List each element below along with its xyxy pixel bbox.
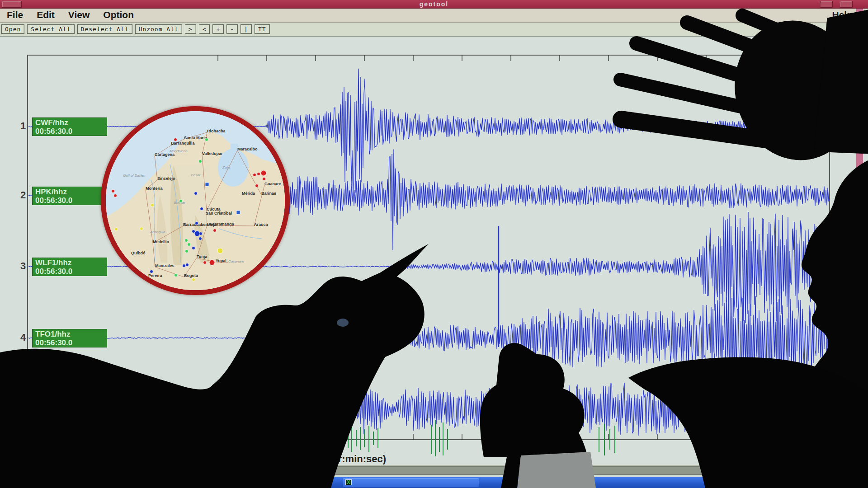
tray-clock: 12:04 — [836, 479, 850, 486]
exceed-icon: X — [345, 479, 352, 485]
event-dot-red — [263, 178, 266, 181]
event-dot-blue — [194, 192, 198, 195]
map-city-label: Cartagena — [155, 152, 175, 157]
event-dot-yellow — [217, 248, 223, 253]
map-city-label: Santa Marta — [184, 136, 208, 140]
map-city-label: Montería — [146, 186, 163, 191]
exceed-icon: X — [208, 479, 214, 485]
map-city-label: Mérida — [242, 191, 255, 196]
map-city-label: Pereira — [148, 273, 163, 278]
screen: geotool FileEditViewOption Help OpenSele… — [0, 0, 868, 488]
tray-language[interactable]: EN — [779, 479, 787, 486]
channel-number-1: 1 — [16, 120, 30, 132]
trace-unlabeled — [28, 380, 830, 436]
event-dot-blue — [199, 237, 202, 240]
event-dot-red — [255, 184, 259, 188]
time-tick-label: :20 — [309, 442, 323, 454]
taskbar: EN 🔈 🖥 12:04 XExceedXExceed (:1.0)X — [0, 477, 868, 488]
event-dot-green — [185, 250, 189, 253]
map-region-label: Antioquia — [150, 230, 165, 234]
channel-number-4: 4 — [16, 332, 30, 343]
event-dot-red — [261, 170, 266, 176]
system-tray: EN 🔈 🖥 12:04 — [773, 478, 863, 488]
axis-title: Time (hr:min:sec) — [303, 453, 386, 465]
taskbar-button-label: Exceed (:1.0) — [217, 479, 250, 485]
time-tick-label: :57:00 — [204, 442, 231, 454]
scrollbar-thumb[interactable] — [235, 466, 830, 475]
event-dot-red — [174, 138, 177, 141]
event-dot-red — [213, 229, 217, 232]
event-dot-green — [199, 160, 202, 163]
map-city-label: Barranquilla — [171, 141, 195, 145]
event-dot-blue — [195, 222, 198, 225]
event-dot-green — [205, 138, 208, 141]
event-dot-red — [114, 194, 117, 197]
event-dot-red — [253, 174, 256, 177]
map-region-label: Casanare — [228, 259, 244, 263]
event-dot-red — [203, 261, 207, 264]
channel-number-3: 3 — [16, 260, 30, 272]
event-dot-red — [209, 260, 215, 265]
taskbar-button-label: Exceed — [121, 479, 140, 485]
channel-tag-wlf1[interactable]: WLF1/hhz00:56:30.0 — [33, 258, 107, 276]
channel-tag-hpk[interactable]: HPK/hhz00:56:30.0 — [33, 187, 107, 205]
map-city-label: Medellín — [153, 239, 169, 244]
event-dot-blue — [186, 263, 189, 267]
map-city-label: Riohacha — [207, 129, 226, 133]
exceed-icon: X — [112, 479, 118, 485]
map-city-label: Tunja — [197, 254, 208, 259]
map-city-label: Maracaibo — [237, 147, 258, 151]
event-dot-blue — [199, 232, 203, 235]
map-city-label: Barinas — [261, 191, 276, 196]
road-sign-icon — [236, 211, 240, 214]
event-dot-blue — [150, 270, 153, 273]
event-dot-red — [112, 190, 115, 193]
trace-TFO1/hhz — [28, 296, 830, 379]
taskbar-button-1[interactable]: XExceed — [110, 478, 160, 487]
event-dot-green — [188, 243, 191, 246]
window-right-border — [856, 9, 863, 465]
map-city-label: Valledupar — [202, 151, 223, 156]
map-city-label: Barrancabermeja — [183, 222, 217, 227]
channel-number-2: 2 — [16, 189, 30, 201]
road-sign-icon — [205, 183, 209, 186]
channel-tag-cwf[interactable]: CWF/hhz00:56:30.0 — [33, 118, 107, 136]
horizontal-scrollbar[interactable] — [0, 465, 863, 475]
map-inset: ZuliaGulf of DarienCasanareMagdalenaCesa… — [106, 111, 285, 290]
channel-tag-tfo1[interactable]: TFO1/hhz00:56:30.0 — [33, 329, 107, 347]
speaker-icon[interactable]: 🔈 — [799, 479, 807, 486]
map-city-label: Quibdó — [131, 251, 146, 255]
event-dot-yellow — [115, 228, 118, 231]
event-dot-blue — [183, 264, 186, 267]
event-dot-blue — [200, 207, 203, 211]
taskbar-button-2[interactable]: XExceed (:1.0) — [206, 478, 292, 487]
taskbar-button-3[interactable]: X — [343, 478, 479, 487]
map-region-label: Gulf of Darien — [123, 174, 146, 178]
event-dot-green — [179, 200, 183, 203]
event-dot-yellow — [192, 278, 195, 282]
map-city-label: Guanare — [264, 182, 281, 186]
map-city-label: Bogotá — [184, 273, 198, 278]
map-city-label: Manizales — [155, 263, 175, 268]
event-dot-blue — [192, 247, 195, 250]
event-dot-blue — [192, 230, 195, 233]
map-city-label: San Cristóbal — [206, 211, 232, 216]
network-icon[interactable]: 🖥 — [815, 479, 821, 486]
map-city-label: Sincelejo — [157, 176, 175, 181]
event-dot-green — [185, 239, 188, 242]
map-inset-ring: ZuliaGulf of DarienCasanareMagdalenaCesa… — [101, 106, 290, 295]
map-region-label: Cesar — [191, 173, 201, 177]
map-city-label: Yopal — [216, 258, 226, 263]
map-region-label: Zulia — [222, 165, 231, 169]
event-dot-green — [175, 274, 178, 277]
map-city-label: Arauca — [254, 222, 269, 227]
event-dot-yellow — [151, 204, 154, 207]
map-svg: ZuliaGulf of DarienCasanareMagdalenaCesa… — [106, 111, 285, 290]
event-dot-yellow — [140, 227, 143, 230]
event-dot-red — [257, 173, 260, 176]
